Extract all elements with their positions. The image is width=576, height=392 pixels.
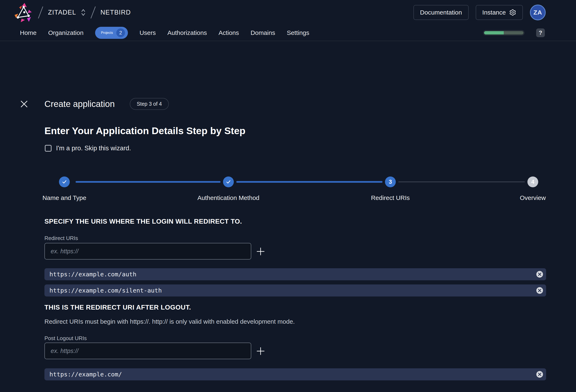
breadcrumb: ZITADEL NETBIRD xyxy=(13,2,131,22)
nav-item-organization[interactable]: Organization xyxy=(48,29,84,36)
nav-item-home[interactable]: Home xyxy=(20,29,36,36)
check-icon xyxy=(61,179,67,185)
wizard-heading: Enter Your Application Details Step by S… xyxy=(44,125,245,137)
org-switcher[interactable]: ZITADEL xyxy=(48,8,86,16)
top-bar: ZITADEL NETBIRD Documentation Instance Z… xyxy=(0,0,576,25)
post-logout-uri-chip: https://example.com/ xyxy=(44,368,546,380)
close-icon[interactable] xyxy=(20,99,29,109)
redirect-uri-chip: https://example.com/auth xyxy=(44,268,546,280)
add-post-logout-uri-button[interactable] xyxy=(256,346,265,356)
documentation-button[interactable]: Documentation xyxy=(413,5,469,20)
topbar-actions: Documentation Instance ZA xyxy=(413,4,546,20)
step-label: Overview xyxy=(468,194,576,201)
nav-item-authorizations[interactable]: Authorizations xyxy=(167,29,207,36)
stepper-line-done xyxy=(236,181,382,183)
remove-uri-icon[interactable] xyxy=(536,371,543,378)
nav-item-domains[interactable]: Domains xyxy=(251,29,275,36)
add-redirect-uri-button[interactable] xyxy=(256,247,265,256)
skip-wizard-row: I'm a pro. Skip this wizard. xyxy=(45,144,131,152)
step-label: Name and Type xyxy=(0,194,129,201)
step-label: Redirect URIs xyxy=(326,194,455,201)
redirect-uri-chip: https://example.com/silent-auth xyxy=(44,284,546,297)
step-circle-overview: 4 xyxy=(527,176,538,187)
step-badge: Step 3 of 4 xyxy=(130,98,169,110)
plus-icon xyxy=(256,346,265,356)
redirect-uri-input[interactable] xyxy=(44,243,251,259)
redirect-uris-label: Redirect URIs xyxy=(44,235,78,242)
plus-icon xyxy=(256,247,265,256)
unfold-chevrons-icon xyxy=(81,8,86,16)
help-button[interactable]: ? xyxy=(536,28,545,37)
nav-item-projects[interactable]: Projects 2 xyxy=(95,27,128,39)
post-logout-uris-label: Post Logout URIs xyxy=(44,335,87,341)
org-name: ZITADEL xyxy=(48,9,76,16)
step-label: Authentication Method xyxy=(164,194,293,201)
wizard-stepper: 3 4 Name and Type Authentication Method … xyxy=(44,176,542,203)
nav-item-users[interactable]: Users xyxy=(140,29,156,36)
stepper-line-done xyxy=(76,181,221,183)
quota-progress-bar xyxy=(483,30,524,35)
skip-wizard-label[interactable]: I'm a pro. Skip this wizard. xyxy=(56,144,131,152)
avatar[interactable]: ZA xyxy=(530,4,546,20)
project-name[interactable]: NETBIRD xyxy=(100,9,131,16)
step-circle-name-and-type xyxy=(59,176,70,187)
projects-count-badge: 2 xyxy=(116,28,125,37)
logout-section-description: Redirect URIs must begin with https://. … xyxy=(44,318,295,325)
logout-section-heading: THIS IS THE REDIRECT URI AFTER LOGOUT. xyxy=(44,304,191,311)
gear-icon xyxy=(509,9,516,16)
stepper-line-todo xyxy=(398,181,525,182)
remove-uri-icon[interactable] xyxy=(536,271,543,278)
remove-uri-icon[interactable] xyxy=(536,287,543,294)
nav-item-settings[interactable]: Settings xyxy=(287,29,309,36)
main-nav: Home Organization Projects 2 Users Autho… xyxy=(0,25,576,41)
skip-wizard-checkbox[interactable] xyxy=(45,145,52,152)
breadcrumb-slash xyxy=(90,6,96,19)
check-icon xyxy=(225,179,231,185)
redirect-section-heading: SPECIFY THE URIS WHERE THE LOGIN WILL RE… xyxy=(44,218,242,225)
step-circle-redirect-uris: 3 xyxy=(385,176,396,187)
step-circle-authentication-method xyxy=(223,176,234,187)
instance-button[interactable]: Instance xyxy=(476,5,523,20)
quota-progress-fill xyxy=(484,31,504,34)
page-title: Create application xyxy=(44,99,115,109)
breadcrumb-slash xyxy=(38,6,43,19)
zitadel-logo-icon[interactable] xyxy=(13,2,33,22)
post-logout-uri-input[interactable] xyxy=(44,343,251,359)
nav-item-actions[interactable]: Actions xyxy=(218,29,239,36)
